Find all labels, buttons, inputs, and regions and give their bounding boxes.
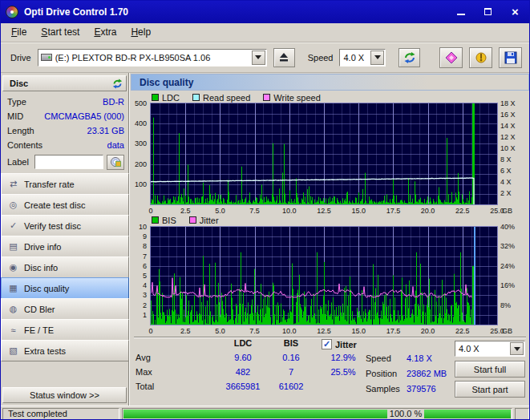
dropdown-arrow-icon bbox=[514, 347, 520, 354]
stats-value: 0.16 bbox=[267, 353, 315, 362]
drive-label: Drive bbox=[10, 53, 31, 63]
legend-item-bis: BIS bbox=[152, 216, 176, 225]
position-stat-label: Position bbox=[366, 369, 397, 378]
drive-select-arrow[interactable] bbox=[252, 50, 265, 65]
opti-drive-control-window: Opti Drive Control 1.70 × FileStart test… bbox=[0, 0, 530, 420]
fe-te-icon: ≈ bbox=[7, 325, 19, 335]
test-speed-select-arrow[interactable] bbox=[510, 342, 524, 355]
disc-quality-icon: ▦ bbox=[7, 283, 19, 293]
drive-select[interactable]: (E:) PLEXTOR BD-R PX-LB950SA 1.06 bbox=[38, 49, 267, 67]
label-input[interactable] bbox=[34, 155, 103, 169]
sidebar-item-extra-tests[interactable]: ▧Extra tests bbox=[1, 340, 129, 361]
title-bar: Opti Drive Control 1.70 × bbox=[1, 1, 530, 23]
x-axis-label: 15.0 bbox=[342, 327, 374, 336]
sidebar-item-cd-bler[interactable]: ◍CD Bler bbox=[1, 298, 129, 320]
start-full-button[interactable]: Start full bbox=[455, 361, 525, 378]
y-axis-label-ldc: 500 bbox=[119, 99, 147, 108]
stats-value: 12.9% bbox=[320, 353, 366, 362]
disc-fields: TypeBD-RMIDCMCMAGBA5 (000)Length23.31 GB… bbox=[1, 95, 129, 152]
minimize-button[interactable] bbox=[448, 3, 473, 20]
jitter-checkbox[interactable]: ✓ bbox=[322, 339, 332, 349]
disc-refresh-button[interactable] bbox=[112, 79, 123, 89]
stats-row-label-avg: Avg bbox=[136, 353, 171, 362]
sidebar-nav: ⇄Transfer rate◎Create test disc✓Verify t… bbox=[1, 174, 129, 361]
y-axis-label-ldc: 300 bbox=[119, 139, 147, 148]
field-label: Type bbox=[7, 97, 103, 107]
bis-color-chip bbox=[152, 216, 159, 224]
legend-label: Jitter bbox=[200, 216, 219, 225]
x-axis-label: 12.5 bbox=[308, 327, 340, 336]
disc-field-mid: MIDCMCMAGBA5 (000) bbox=[1, 109, 129, 123]
ldc-read-speed-chart bbox=[150, 103, 498, 205]
legend-label: LDC bbox=[162, 93, 180, 103]
y-axis-label-speed: 14 X bbox=[500, 122, 528, 131]
legend-item-jitter: Jitter bbox=[189, 216, 219, 225]
speed-select[interactable]: 4.0 X bbox=[339, 49, 386, 67]
x-axis-label: 0 bbox=[135, 327, 167, 336]
sidebar-item-transfer-rate[interactable]: ⇄Transfer rate bbox=[1, 173, 129, 195]
status-text: Test completed bbox=[8, 409, 67, 418]
menu-item-help[interactable]: Help bbox=[123, 23, 158, 42]
legend-bottom: BISJitter bbox=[152, 215, 219, 225]
status-bar: Test completed 100.0 % bbox=[1, 406, 530, 420]
field-label: Contents bbox=[7, 140, 107, 150]
y-axis-label-jitter: 8% bbox=[500, 301, 528, 310]
x-axis-label: 10.0 bbox=[273, 327, 305, 336]
start-part-button[interactable]: Start part bbox=[455, 381, 525, 398]
window-title: Opti Drive Control 1.70 bbox=[24, 6, 128, 18]
panel-title: Disc quality bbox=[140, 77, 193, 88]
drive-info-icon: ▤ bbox=[7, 241, 19, 252]
bis-jitter-chart bbox=[150, 226, 498, 325]
sidebar-item-label: CD Bler bbox=[24, 305, 55, 314]
test-speed-select[interactable]: 4.0 X bbox=[455, 341, 525, 357]
stats-col-header-bis: BIS bbox=[267, 339, 315, 348]
position-stat-value: 23862 MB bbox=[407, 369, 447, 378]
x-axis-label: 22.5 bbox=[447, 207, 479, 216]
jitter-color-chip bbox=[189, 216, 196, 224]
sidebar-item-disc-info[interactable]: ◉Disc info bbox=[1, 256, 129, 278]
sidebar-item-disc-quality[interactable]: ▦Disc quality bbox=[1, 277, 129, 299]
disc-refresh-icon bbox=[112, 79, 123, 89]
x-axis-unit: GB bbox=[502, 207, 521, 216]
sidebar-item-label: Create test disc bbox=[24, 200, 85, 210]
stats-divider bbox=[134, 337, 526, 338]
verify-test-disc-icon: ✓ bbox=[7, 220, 19, 231]
close-button[interactable]: × bbox=[503, 3, 528, 20]
menu-item-file[interactable]: File bbox=[4, 23, 34, 42]
write-speed-color-chip bbox=[263, 94, 270, 101]
sidebar-item-drive-info[interactable]: ▤Drive info bbox=[1, 236, 129, 257]
read-speed-color-chip bbox=[192, 94, 200, 101]
sidebar-item-create-test-disc[interactable]: ◎Create test disc bbox=[1, 194, 129, 216]
progress-cell: 100.0 % bbox=[122, 408, 512, 420]
sidebar-item-fe-te[interactable]: ≈FE / TE bbox=[1, 319, 129, 341]
preferences-button[interactable] bbox=[469, 47, 492, 68]
save-button[interactable] bbox=[499, 47, 522, 68]
x-axis-label: 10.0 bbox=[273, 207, 305, 216]
sidebar-item-verify-test-disc[interactable]: ✓Verify test disc bbox=[1, 215, 129, 236]
y-axis-label-bis: 3 bbox=[119, 291, 147, 300]
refresh-icon bbox=[403, 51, 416, 64]
eject-button[interactable] bbox=[273, 48, 295, 67]
y-axis-label-jitter: 16% bbox=[500, 281, 528, 290]
legend-label: Write speed bbox=[273, 93, 321, 103]
menu-bar: FileStart testExtraHelp bbox=[1, 23, 530, 42]
disc-info-icon: ◉ bbox=[7, 262, 19, 273]
y-axis-label-bis: 4 bbox=[119, 281, 147, 290]
menu-item-start-test[interactable]: Start test bbox=[34, 23, 87, 42]
y-axis-label-speed: 2 X bbox=[500, 189, 528, 198]
erase-disc-button[interactable] bbox=[439, 47, 463, 68]
menu-item-extra[interactable]: Extra bbox=[87, 23, 123, 42]
y-axis-label-bis: 9 bbox=[119, 232, 147, 241]
x-axis-label: 7.5 bbox=[239, 207, 271, 216]
x-axis-label: 2.5 bbox=[169, 207, 201, 216]
speed-select-arrow[interactable] bbox=[370, 50, 384, 65]
status-window-button[interactable]: Status window >> bbox=[2, 387, 127, 403]
y-axis-label-bis: 8 bbox=[119, 242, 147, 251]
x-axis-label: 20.0 bbox=[412, 207, 444, 216]
maximize-icon bbox=[484, 8, 492, 15]
refresh-button[interactable] bbox=[399, 48, 420, 67]
field-label: MID bbox=[7, 111, 44, 121]
status-grip[interactable] bbox=[515, 408, 529, 420]
progress-bar bbox=[123, 410, 511, 418]
maximize-button[interactable] bbox=[475, 3, 500, 20]
